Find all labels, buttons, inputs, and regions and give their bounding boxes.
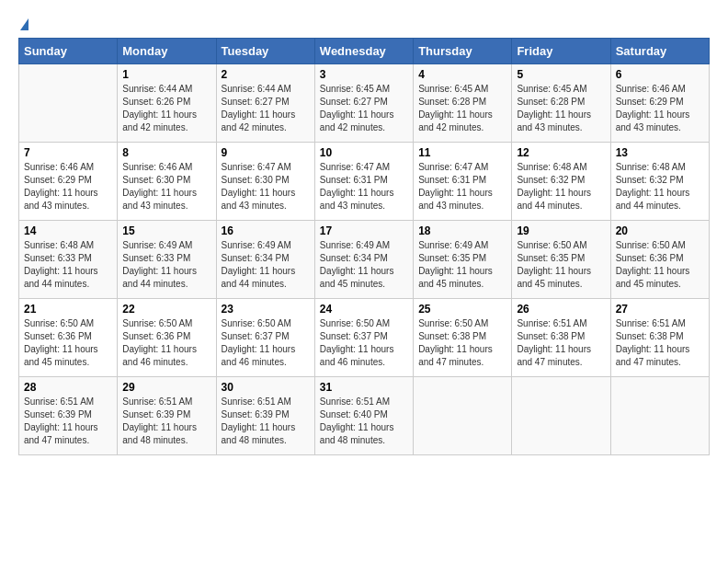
day-info: Sunrise: 6:46 AM Sunset: 6:29 PM Dayligh… <box>24 161 112 213</box>
day-number: 10 <box>320 146 408 159</box>
day-cell: 8Sunrise: 6:46 AM Sunset: 6:30 PM Daylig… <box>118 143 216 221</box>
day-number: 6 <box>616 68 704 81</box>
day-info: Sunrise: 6:46 AM Sunset: 6:30 PM Dayligh… <box>122 161 210 213</box>
day-number: 19 <box>517 224 605 237</box>
calendar-header-row: SundayMondayTuesdayWednesdayThursdayFrid… <box>19 39 710 64</box>
day-number: 27 <box>616 303 704 316</box>
day-number: 14 <box>24 224 112 237</box>
day-cell: 19Sunrise: 6:50 AM Sunset: 6:35 PM Dayli… <box>512 221 610 299</box>
day-info: Sunrise: 6:50 AM Sunset: 6:36 PM Dayligh… <box>24 317 112 369</box>
day-info: Sunrise: 6:51 AM Sunset: 6:38 PM Dayligh… <box>616 317 704 369</box>
day-number: 3 <box>320 68 408 81</box>
day-number: 9 <box>222 146 310 159</box>
day-cell: 27Sunrise: 6:51 AM Sunset: 6:38 PM Dayli… <box>610 299 709 377</box>
day-info: Sunrise: 6:45 AM Sunset: 6:28 PM Dayligh… <box>517 83 605 134</box>
day-info: Sunrise: 6:51 AM Sunset: 6:39 PM Dayligh… <box>24 396 112 447</box>
header-friday: Friday <box>512 39 610 64</box>
header-saturday: Saturday <box>610 39 709 64</box>
day-cell: 30Sunrise: 6:51 AM Sunset: 6:39 PM Dayli… <box>216 377 314 455</box>
week-row-2: 7Sunrise: 6:46 AM Sunset: 6:29 PM Daylig… <box>19 143 710 221</box>
day-number: 22 <box>122 303 210 316</box>
day-number: 17 <box>320 224 408 237</box>
day-cell: 15Sunrise: 6:49 AM Sunset: 6:33 PM Dayli… <box>118 221 216 299</box>
day-cell: 14Sunrise: 6:48 AM Sunset: 6:33 PM Dayli… <box>19 221 118 299</box>
day-cell: 12Sunrise: 6:48 AM Sunset: 6:32 PM Dayli… <box>512 143 610 221</box>
day-info: Sunrise: 6:45 AM Sunset: 6:27 PM Dayligh… <box>320 83 408 134</box>
day-info: Sunrise: 6:51 AM Sunset: 6:39 PM Dayligh… <box>222 396 310 447</box>
day-number: 11 <box>418 146 506 159</box>
day-cell <box>414 377 512 455</box>
day-cell: 7Sunrise: 6:46 AM Sunset: 6:29 PM Daylig… <box>19 143 118 221</box>
day-cell: 24Sunrise: 6:50 AM Sunset: 6:37 PM Dayli… <box>314 299 413 377</box>
day-number: 1 <box>122 68 210 81</box>
day-cell: 3Sunrise: 6:45 AM Sunset: 6:27 PM Daylig… <box>314 64 413 143</box>
day-number: 4 <box>418 68 506 81</box>
day-number: 30 <box>222 381 310 394</box>
day-cell: 28Sunrise: 6:51 AM Sunset: 6:39 PM Dayli… <box>19 377 118 455</box>
day-info: Sunrise: 6:50 AM Sunset: 6:36 PM Dayligh… <box>616 239 704 291</box>
day-cell: 18Sunrise: 6:49 AM Sunset: 6:35 PM Dayli… <box>414 221 512 299</box>
day-cell: 23Sunrise: 6:50 AM Sunset: 6:37 PM Dayli… <box>216 299 314 377</box>
day-cell: 10Sunrise: 6:47 AM Sunset: 6:31 PM Dayli… <box>314 143 413 221</box>
week-row-4: 21Sunrise: 6:50 AM Sunset: 6:36 PM Dayli… <box>19 299 710 377</box>
day-number: 28 <box>24 381 112 394</box>
day-info: Sunrise: 6:48 AM Sunset: 6:32 PM Dayligh… <box>616 161 704 213</box>
day-number: 20 <box>616 224 704 237</box>
day-cell: 17Sunrise: 6:49 AM Sunset: 6:34 PM Dayli… <box>314 221 413 299</box>
day-info: Sunrise: 6:49 AM Sunset: 6:35 PM Dayligh… <box>418 239 506 291</box>
day-info: Sunrise: 6:50 AM Sunset: 6:35 PM Dayligh… <box>517 239 605 291</box>
day-info: Sunrise: 6:50 AM Sunset: 6:37 PM Dayligh… <box>320 317 408 369</box>
day-info: Sunrise: 6:49 AM Sunset: 6:33 PM Dayligh… <box>122 239 210 291</box>
day-info: Sunrise: 6:49 AM Sunset: 6:34 PM Dayligh… <box>320 239 408 291</box>
day-info: Sunrise: 6:50 AM Sunset: 6:37 PM Dayligh… <box>222 317 310 369</box>
day-info: Sunrise: 6:47 AM Sunset: 6:31 PM Dayligh… <box>320 161 408 213</box>
day-number: 15 <box>122 224 210 237</box>
page-header <box>18 18 710 29</box>
day-number: 8 <box>122 146 210 159</box>
day-number: 21 <box>24 303 112 316</box>
header-monday: Monday <box>118 39 216 64</box>
day-info: Sunrise: 6:47 AM Sunset: 6:30 PM Dayligh… <box>222 161 310 213</box>
day-number: 13 <box>616 146 704 159</box>
day-info: Sunrise: 6:44 AM Sunset: 6:26 PM Dayligh… <box>122 83 210 134</box>
day-cell: 1Sunrise: 6:44 AM Sunset: 6:26 PM Daylig… <box>118 64 216 143</box>
day-info: Sunrise: 6:48 AM Sunset: 6:33 PM Dayligh… <box>24 239 112 291</box>
day-number: 25 <box>418 303 506 316</box>
day-info: Sunrise: 6:47 AM Sunset: 6:31 PM Dayligh… <box>418 161 506 213</box>
day-cell: 2Sunrise: 6:44 AM Sunset: 6:27 PM Daylig… <box>216 64 314 143</box>
day-info: Sunrise: 6:51 AM Sunset: 6:38 PM Dayligh… <box>517 317 605 369</box>
day-info: Sunrise: 6:51 AM Sunset: 6:39 PM Dayligh… <box>122 396 210 447</box>
day-cell: 11Sunrise: 6:47 AM Sunset: 6:31 PM Dayli… <box>414 143 512 221</box>
day-number: 16 <box>222 224 310 237</box>
day-number: 12 <box>517 146 605 159</box>
day-info: Sunrise: 6:50 AM Sunset: 6:38 PM Dayligh… <box>418 317 506 369</box>
week-row-5: 28Sunrise: 6:51 AM Sunset: 6:39 PM Dayli… <box>19 377 710 455</box>
day-cell: 29Sunrise: 6:51 AM Sunset: 6:39 PM Dayli… <box>118 377 216 455</box>
day-cell: 5Sunrise: 6:45 AM Sunset: 6:28 PM Daylig… <box>512 64 610 143</box>
day-cell: 6Sunrise: 6:46 AM Sunset: 6:29 PM Daylig… <box>610 64 709 143</box>
day-number: 26 <box>517 303 605 316</box>
day-number: 29 <box>122 381 210 394</box>
day-info: Sunrise: 6:48 AM Sunset: 6:32 PM Dayligh… <box>517 161 605 213</box>
day-cell: 20Sunrise: 6:50 AM Sunset: 6:36 PM Dayli… <box>610 221 709 299</box>
day-cell: 4Sunrise: 6:45 AM Sunset: 6:28 PM Daylig… <box>414 64 512 143</box>
day-number: 5 <box>517 68 605 81</box>
day-info: Sunrise: 6:45 AM Sunset: 6:28 PM Dayligh… <box>418 83 506 134</box>
header-tuesday: Tuesday <box>216 39 314 64</box>
calendar-table: SundayMondayTuesdayWednesdayThursdayFrid… <box>18 38 710 455</box>
day-cell: 21Sunrise: 6:50 AM Sunset: 6:36 PM Dayli… <box>19 299 118 377</box>
day-cell <box>19 64 118 143</box>
day-cell <box>512 377 610 455</box>
day-cell: 25Sunrise: 6:50 AM Sunset: 6:38 PM Dayli… <box>414 299 512 377</box>
day-info: Sunrise: 6:44 AM Sunset: 6:27 PM Dayligh… <box>222 83 310 134</box>
day-cell: 26Sunrise: 6:51 AM Sunset: 6:38 PM Dayli… <box>512 299 610 377</box>
day-number: 24 <box>320 303 408 316</box>
day-cell: 31Sunrise: 6:51 AM Sunset: 6:40 PM Dayli… <box>314 377 413 455</box>
day-cell: 13Sunrise: 6:48 AM Sunset: 6:32 PM Dayli… <box>610 143 709 221</box>
day-number: 7 <box>24 146 112 159</box>
logo <box>18 18 28 29</box>
logo-triangle-icon <box>20 18 28 30</box>
day-info: Sunrise: 6:49 AM Sunset: 6:34 PM Dayligh… <box>222 239 310 291</box>
header-wednesday: Wednesday <box>314 39 413 64</box>
day-info: Sunrise: 6:51 AM Sunset: 6:40 PM Dayligh… <box>320 396 408 447</box>
